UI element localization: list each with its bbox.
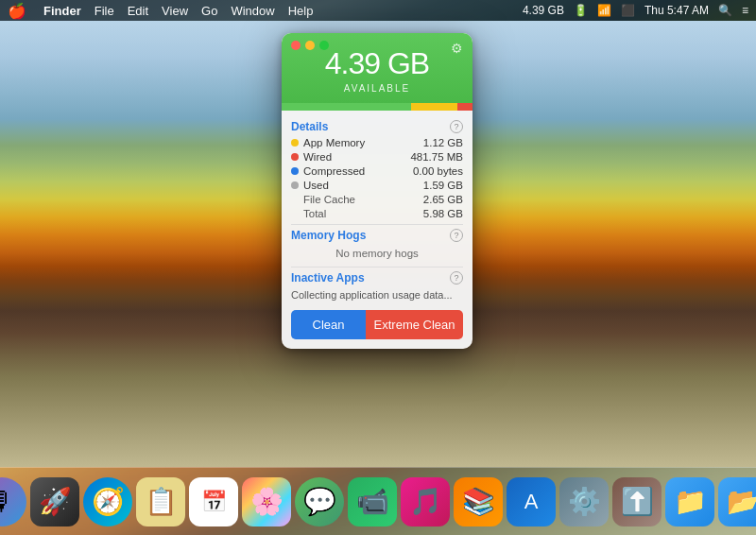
traffic-light-red[interactable] bbox=[291, 41, 301, 50]
dock-icon-folder1[interactable]: 📁 bbox=[665, 477, 714, 526]
dock-icon-migration[interactable]: ⬆️ bbox=[612, 477, 662, 526]
detail-left-app-memory: App Memory bbox=[291, 137, 365, 148]
memory-available-label: AVAILABLE bbox=[293, 83, 461, 94]
memory-bar bbox=[282, 103, 472, 111]
menubar-view[interactable]: View bbox=[162, 4, 188, 18]
detail-row-used: Used 1.59 GB bbox=[291, 178, 463, 192]
dock-icon-music[interactable]: 🎵 bbox=[401, 477, 450, 526]
value-app-memory: 1.12 GB bbox=[423, 137, 463, 148]
dock-icon-appstore[interactable]: A bbox=[507, 477, 556, 526]
dock-icon-messages[interactable]: 💬 bbox=[295, 477, 344, 526]
divider-2 bbox=[291, 267, 463, 268]
memory-bar-available bbox=[282, 103, 411, 111]
menubar-help[interactable]: Help bbox=[288, 4, 314, 18]
detail-left-used: Used bbox=[291, 180, 329, 191]
menubar-time: Thu 5:47 AM bbox=[644, 4, 709, 17]
dock-icon-ibooks[interactable]: 📚 bbox=[454, 477, 503, 526]
clean-button[interactable]: Clean bbox=[291, 310, 366, 339]
dot-compressed bbox=[291, 167, 299, 175]
menubar: 🍎 Finder File Edit View Go Window Help 4… bbox=[0, 0, 756, 21]
detail-left-wired: Wired bbox=[291, 151, 332, 163]
menubar-battery-icon: 🔋 bbox=[574, 4, 588, 17]
gear-icon[interactable]: ⚙ bbox=[451, 41, 463, 56]
details-title: Details bbox=[291, 120, 328, 133]
value-total: 5.98 GB bbox=[423, 208, 463, 219]
details-help-button[interactable]: ? bbox=[450, 120, 463, 133]
menubar-list-icon[interactable]: ≡ bbox=[742, 4, 748, 17]
details-section-header: Details ? bbox=[291, 120, 463, 133]
dot-wired bbox=[291, 153, 299, 161]
menubar-left: 🍎 Finder File Edit View Go Window Help bbox=[8, 2, 313, 20]
divider-1 bbox=[291, 224, 463, 225]
menubar-go[interactable]: Go bbox=[201, 4, 217, 18]
widget-buttons: Clean Extreme Clean bbox=[291, 310, 463, 339]
memory-bar-wired bbox=[457, 103, 472, 111]
inactive-apps-title: Inactive Apps bbox=[291, 271, 365, 285]
dock-icon-siri[interactable]: 🎙 bbox=[0, 477, 26, 526]
dock-icon-safari[interactable]: 🧭 bbox=[83, 477, 132, 526]
menubar-bluetooth-icon: ⬛ bbox=[621, 4, 635, 17]
label-app-memory: App Memory bbox=[303, 137, 365, 148]
label-total: Total bbox=[291, 208, 326, 219]
label-used: Used bbox=[303, 180, 329, 191]
dock-icon-notes[interactable]: 📋 bbox=[136, 477, 185, 526]
dock-icon-launchpad[interactable]: 🚀 bbox=[30, 477, 79, 526]
detail-row-total: Total 5.98 GB bbox=[291, 206, 463, 220]
menubar-search-icon[interactable]: 🔍 bbox=[718, 4, 732, 17]
widget-body: Details ? App Memory 1.12 GB Wired 481.7… bbox=[282, 111, 472, 349]
traffic-light-green[interactable] bbox=[319, 41, 329, 50]
menubar-window[interactable]: Window bbox=[231, 4, 274, 18]
value-wired: 481.75 MB bbox=[410, 151, 463, 163]
menubar-file[interactable]: File bbox=[94, 4, 114, 18]
no-memory-hogs-message: No memory hogs bbox=[291, 244, 463, 263]
value-file-cache: 2.65 GB bbox=[423, 194, 463, 205]
value-used: 1.59 GB bbox=[423, 180, 463, 191]
menubar-edit[interactable]: Edit bbox=[128, 4, 148, 18]
menubar-right: 4.39 GB 🔋 📶 ⬛ Thu 5:47 AM 🔍 ≡ bbox=[523, 4, 748, 17]
menubar-wifi-icon: 📶 bbox=[597, 4, 611, 17]
traffic-light-yellow[interactable] bbox=[305, 41, 315, 50]
memory-bar-used bbox=[411, 103, 458, 111]
memory-clean-widget: ⚙ 4.39 GB AVAILABLE Details ? App Memory… bbox=[282, 33, 472, 349]
collecting-data-message: Collecting application usage data... bbox=[291, 286, 463, 304]
desktop: 🍎 Finder File Edit View Go Window Help 4… bbox=[0, 0, 756, 535]
traffic-lights bbox=[291, 41, 329, 50]
memory-size-display: 4.39 GB bbox=[293, 46, 461, 81]
dock-icon-folder2[interactable]: 📂 bbox=[718, 477, 756, 526]
dock-icon-photos[interactable]: 🌸 bbox=[242, 477, 291, 526]
label-compressed: Compressed bbox=[303, 165, 365, 177]
value-compressed: 0.00 bytes bbox=[413, 165, 463, 177]
inactive-apps-section-header: Inactive Apps ? bbox=[291, 271, 463, 285]
detail-left-compressed: Compressed bbox=[291, 165, 365, 177]
extreme-clean-button[interactable]: Extreme Clean bbox=[366, 310, 463, 339]
widget-header: ⚙ 4.39 GB AVAILABLE bbox=[282, 33, 472, 103]
dock-icon-sysprefs[interactable]: ⚙️ bbox=[559, 477, 609, 526]
dot-used bbox=[291, 181, 299, 189]
detail-row-app-memory: App Memory 1.12 GB bbox=[291, 135, 463, 149]
label-wired: Wired bbox=[303, 151, 332, 163]
detail-row-file-cache: File Cache 2.65 GB bbox=[291, 192, 463, 206]
dock: 🗂 🎙 🚀 🧭 📋 📅 🌸 💬 📹 🎵 📚 A ⚙️ ⬆️ 📁 📂 🗑 bbox=[0, 467, 756, 535]
label-file-cache: File Cache bbox=[291, 194, 355, 205]
memory-hogs-help-button[interactable]: ? bbox=[450, 229, 463, 242]
menubar-finder[interactable]: Finder bbox=[43, 4, 81, 18]
dot-app-memory bbox=[291, 139, 299, 147]
dock-icon-calendar[interactable]: 📅 bbox=[189, 477, 238, 526]
inactive-apps-help-button[interactable]: ? bbox=[450, 271, 463, 285]
apple-menu-icon[interactable]: 🍎 bbox=[8, 2, 26, 20]
dock-icon-facetime[interactable]: 📹 bbox=[348, 477, 397, 526]
memory-hogs-title: Memory Hogs bbox=[291, 229, 366, 242]
detail-row-compressed: Compressed 0.00 bytes bbox=[291, 164, 463, 178]
menubar-memory: 4.39 GB bbox=[523, 4, 564, 17]
detail-row-wired: Wired 481.75 MB bbox=[291, 149, 463, 164]
memory-hogs-section-header: Memory Hogs ? bbox=[291, 229, 463, 242]
